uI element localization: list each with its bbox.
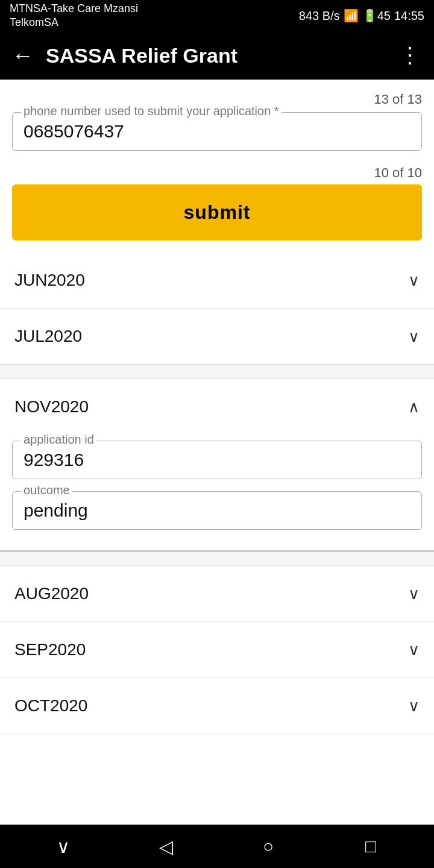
accordion-jun2020: JUN2020 ∨ (0, 253, 434, 309)
main-content: 13 of 13 phone number used to submit you… (0, 80, 434, 782)
accordion-sep2020: SEP2020 ∨ (0, 622, 434, 678)
outcome-value: pending (24, 500, 410, 521)
application-id-wrapper: application id 929316 (12, 441, 422, 479)
accordion-label-jun2020: JUN2020 (14, 271, 85, 290)
more-options-button[interactable]: ⋮ (399, 43, 422, 68)
application-id-value: 929316 (24, 450, 410, 470)
application-id-label: application id (21, 433, 96, 447)
nav-chevron-down-button[interactable]: ∨ (45, 828, 81, 864)
section-gap-1 (0, 365, 434, 379)
accordion-oct2020: OCT2020 ∨ (0, 678, 434, 734)
accordion-label-aug2020: AUG2020 (14, 584, 89, 603)
accordion-header-nov2020[interactable]: NOV2020 ∧ (0, 379, 434, 435)
status-icons: 843 B/s 📶 🔋45 14:55 (299, 8, 424, 23)
back-button[interactable]: ← (12, 43, 34, 68)
app-bar-title: SASSA Relief Grant (46, 44, 399, 68)
carrier-name: MTNSA-Take Care Mzansi (10, 2, 138, 16)
bottom-spacer (0, 734, 434, 782)
outcome-label: outcome (21, 483, 72, 497)
chevron-down-icon-aug2020: ∨ (408, 585, 420, 603)
chevron-up-icon-nov2020: ∧ (408, 398, 420, 417)
status-bar: MTNSA-Take Care Mzansi TelkomSA 843 B/s … (0, 0, 434, 31)
accordion-header-sep2020[interactable]: SEP2020 ∨ (0, 622, 434, 678)
accordion-label-sep2020: SEP2020 (14, 640, 86, 659)
submit-button[interactable]: submit (12, 184, 422, 241)
chevron-down-icon-jun2020: ∨ (408, 271, 420, 290)
phone-field-wrapper: phone number used to submit your applica… (12, 112, 422, 151)
app-bar: ← SASSA Relief Grant ⋮ (0, 31, 434, 80)
accordion-nov2020: NOV2020 ∧ application id 929316 outcome … (0, 379, 434, 552)
section-gap-2 (0, 552, 434, 566)
nav-back-button[interactable]: ◁ (148, 828, 184, 864)
accordion-content-nov2020: application id 929316 outcome pending (0, 435, 434, 550)
step-counter: 10 of 10 (0, 163, 434, 184)
accordion-label-nov2020: NOV2020 (14, 397, 89, 417)
accordion-jul2020: JUL2020 ∨ (0, 309, 434, 365)
phone-section: 13 of 13 phone number used to submit you… (0, 80, 434, 163)
carrier-sub: TelkomSA (10, 16, 138, 30)
accordion-label-jul2020: JUL2020 (14, 327, 82, 346)
battery-icon: 🔋45 (362, 8, 391, 23)
accordion-header-aug2020[interactable]: AUG2020 ∨ (0, 566, 434, 621)
chevron-down-icon-oct2020: ∨ (408, 697, 420, 715)
accordion-header-jul2020[interactable]: JUL2020 ∨ (0, 309, 434, 364)
nav-home-button[interactable]: ○ (250, 828, 286, 864)
accordion-header-oct2020[interactable]: OCT2020 ∨ (0, 678, 434, 734)
chevron-down-icon-jul2020: ∨ (408, 327, 420, 346)
accordion-label-oct2020: OCT2020 (14, 696, 87, 715)
nav-recents-button[interactable]: □ (353, 828, 389, 864)
carrier-info: MTNSA-Take Care Mzansi TelkomSA (10, 2, 138, 30)
accordion-header-jun2020[interactable]: JUN2020 ∨ (0, 253, 434, 308)
network-speed: 843 B/s (299, 9, 340, 23)
outcome-wrapper: outcome pending (12, 491, 422, 530)
signal-icons: 📶 (344, 8, 359, 23)
accordion-aug2020: AUG2020 ∨ (0, 566, 434, 622)
chevron-down-icon-sep2020: ∨ (408, 641, 420, 659)
clock: 14:55 (394, 9, 424, 23)
bottom-nav: ∨ ◁ ○ □ (0, 825, 434, 868)
phone-field-value[interactable]: 0685076437 (24, 121, 410, 142)
phone-field-label: phone number used to submit your applica… (21, 104, 281, 118)
